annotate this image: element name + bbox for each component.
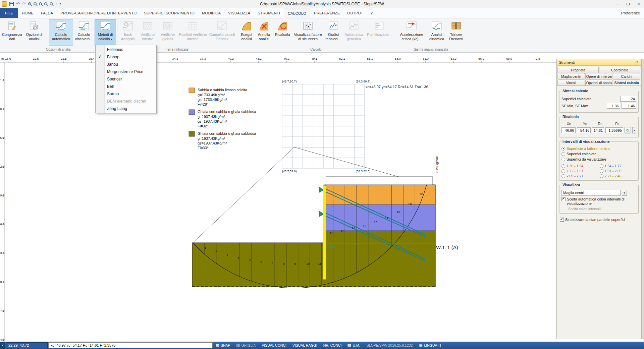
superfici-calcolate-field[interactable]: 24 [620,96,636,102]
fs-range-option[interactable]: 1.54 - 1.72 [600,164,637,168]
redo-icon[interactable]: ↷ [22,2,26,6]
um-toggle[interactable]: U.M. [347,343,360,347]
panel-tab-carichi[interactable]: Carichi [613,73,640,79]
preferenze-quick-label[interactable]: Preferenze [617,8,644,18]
fs-field[interactable]: 1.35695 [605,127,623,133]
visual-raggi-toggle[interactable]: VISUAL RAGGI [292,343,317,347]
panel-content: Sintesi calcolo Superfici calcolate 24 S… [557,86,641,339]
tab-visualizza[interactable]: VISUALIZZA [224,8,254,18]
calcolo-vincolato-button[interactable]: Calcolo vincolato... [74,19,94,46]
minimize-button[interactable] [612,0,623,8]
hatched-block-icon [143,20,153,32]
visualizza-combobox[interactable]: Maglia centri [561,190,621,196]
radio-superfici-calcolate[interactable]: Superfici calcolate [561,152,636,156]
slice-number: 13 [341,229,344,233]
panel-tab-opzioni-analisi[interactable]: Opzioni di analisi [585,79,613,85]
ricalcola-button[interactable]: Ricalcola [273,19,292,46]
tab-preferenze[interactable]: PREFERENZE [310,8,343,18]
tab-modifica[interactable]: MODIFICA [198,8,224,18]
recalculate-button[interactable]: ↻ [625,127,631,133]
tab-file[interactable]: FILE [0,8,18,18]
tab-superfici-scorrimento[interactable]: SUPERFICI SCORRIMENTO [140,8,198,18]
rc-field[interactable]: 14.61 [592,127,604,133]
tab-calcolo[interactable]: CALCOLO [284,8,310,18]
slice-number: 5 [249,258,251,262]
nr-conci-toggle[interactable]: NR. CONCI [323,343,342,347]
fs-range-option[interactable]: 1.72 - 1.91 [561,169,598,173]
group-label: Visualizza [561,183,581,187]
tab-falda[interactable]: FALDA [37,8,57,18]
menu-item-janbu[interactable]: Janbu [96,61,156,68]
panel-scrollbar[interactable] [641,59,644,339]
visual-conci-toggle[interactable]: VISUAL CONCI [262,343,286,347]
accelerazione-critica-button[interactable]: Accelerazione critica (kc)... [396,19,427,46]
menu-item-spencer[interactable]: Spencer [96,75,156,83]
undo-icon[interactable]: ↶ [16,2,20,6]
ribbon-group-label: Calcolo [238,47,394,52]
fs-range-option[interactable]: 1.36 - 1.54 [561,164,598,168]
legend-line: g=1937.43Kg/m³ [198,136,225,140]
visualizza-combo-dropdown-button[interactable]: ▾ [622,190,627,196]
tab-strumenti[interactable]: STRUMENTI [254,8,284,18]
fs-range-option[interactable]: 1.91 - 2.09 [600,169,637,173]
ribbon-group-calcolo: Esegui analisi Annulla analisi Ricalcola… [237,18,395,52]
language-selector[interactable]: LINGUA-IT [419,343,441,347]
tab-prove-carichi[interactable]: PROVE-CARICHI-OPERE DI INTERVENTO [57,8,140,18]
grafici-tensioni-button[interactable]: Grafici tensioni... [324,19,343,46]
sf-min-field[interactable]: 1.36 [607,103,620,109]
menu-item-sarma[interactable]: Sarma [96,90,156,98]
zoom-previous-icon[interactable] [50,2,53,5]
panel-tab-maglia-centri[interactable]: Maglia centri [557,73,585,79]
radio-superficie-fattore-minimo[interactable]: Superficie a fattore minimo [561,147,636,151]
analisi-dinamica-button[interactable]: Analisi dinamica [428,19,446,46]
radio-superfici-da-visualizzare[interactable]: Superfici da visualizzare [561,157,636,161]
annulla-analisi-button[interactable]: Annulla analisi [256,19,272,46]
menu-item-fellenius[interactable]: Fellenius [96,46,156,53]
fs-range-option[interactable]: 2.27 - 2.46 [600,174,637,178]
menu-item-zeng-liang[interactable]: Zeng Liang [96,105,156,112]
metodi-di-calcolo-button[interactable]: Metodi di calcolo ▾ [95,19,116,46]
sf-max-field[interactable]: 1.46 [622,103,636,109]
legend-swatch-gravel [189,110,195,115]
panel-tab-proprieta[interactable]: Proprietà [557,67,599,73]
zoom-window-icon[interactable] [39,2,42,5]
zoom-in-icon[interactable]: + [28,2,31,5]
top-ruler-label: 16.6 [5,57,11,60]
zoom-out-icon[interactable]: − [34,2,37,5]
panel-tab-opere-intervento[interactable]: Opere di intervento [585,73,613,79]
panel-tab-sintesi-calcolo[interactable]: Sintesi calcolo [613,79,640,85]
tab-help[interactable]: ? [367,8,376,18]
tab-output[interactable]: OUTPUT [343,8,367,18]
pin-icon[interactable] [636,61,638,63]
fs-range-option[interactable]: 2.09 - 2.27 [561,174,598,178]
yc-field[interactable]: 54.16 [577,127,591,133]
menu-item-bishop[interactable]: ✓Bishop [96,53,156,61]
opzioni-di-analisi-button[interactable]: Opzioni di analisi [24,19,45,46]
griglia-toggle[interactable]: GRIGLIA [236,343,256,347]
calcolo-automatico-button[interactable]: Calcolo automatico [49,19,73,46]
congruenza-dati-button[interactable]: Congruenza dati [1,19,23,46]
save-icon[interactable] [9,2,14,6]
legend-line: g=1733.49Kg/m³ [198,93,225,97]
zoom-extents-icon[interactable] [44,2,47,5]
recalculate-dropdown-button[interactable]: ▾ [632,127,636,133]
menu-item-bell[interactable]: Bell [96,83,156,90]
snap-toggle[interactable]: SNAP [216,343,230,347]
esegui-analisi-button[interactable]: Esegui analisi [238,19,255,46]
qat-menu-chevron-icon[interactable]: ▾ [60,2,61,5]
top-ruler-label: 34.3 [172,57,178,60]
tab-home[interactable]: HOME [18,8,37,18]
slice-number: 12 [330,231,333,235]
sintetizzare-checkbox-row[interactable]: Sintetizzare la stampa delle superfici [560,218,638,222]
slice-number: 7 [271,261,273,265]
maximize-button[interactable] [623,0,633,8]
visualizza-fattore-sicurezza-button[interactable]: Visualizza fattore di sicurezza [292,19,323,46]
auto-colors-checkbox-row[interactable]: Scelta automatica colori intervalli di v… [561,197,636,206]
xc-field[interactable]: 46.96 [561,127,576,133]
trincee-drenanti-button[interactable]: Trincee Drenanti [446,19,466,46]
panel-tab-coordinate[interactable]: Coordinate [599,67,640,73]
panel-tab-vincoli[interactable]: Vincoli [557,79,585,85]
pan-icon[interactable]: + [55,2,57,6]
menu-item-morgenstern-price[interactable]: Morgenstern e Price [96,68,156,75]
close-button[interactable]: × [633,0,644,8]
